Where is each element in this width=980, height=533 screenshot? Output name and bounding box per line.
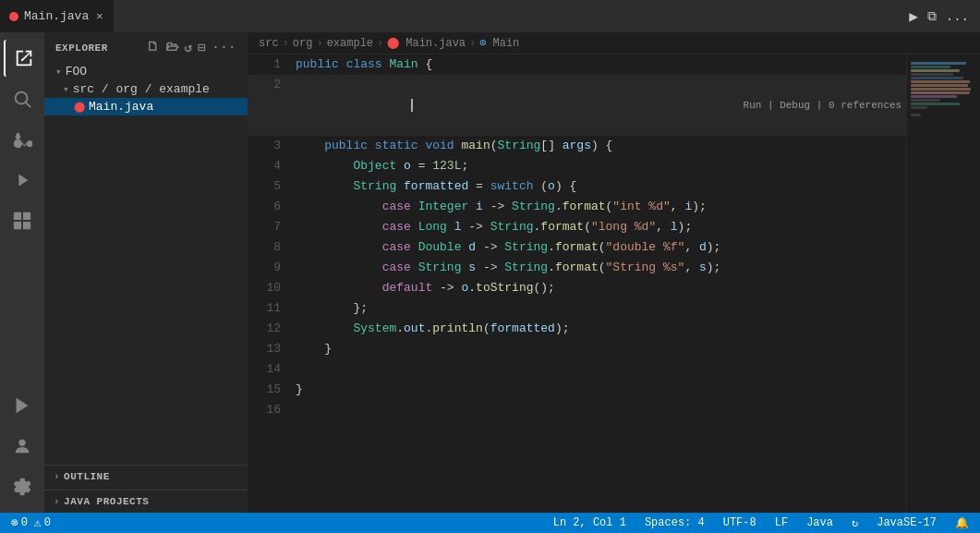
- tree-src-label: src / org / example: [73, 82, 210, 96]
- line-content-16[interactable]: [292, 400, 732, 420]
- new-folder-button[interactable]: 🗁: [165, 40, 179, 55]
- breadcrumb-sep2: ›: [316, 37, 322, 50]
- code-line-13: 13 }: [248, 339, 906, 359]
- spaces-text: Spaces: 4: [645, 516, 705, 529]
- line-number-14: 14: [248, 359, 292, 380]
- cursor-bar: [411, 99, 413, 112]
- java-projects-header[interactable]: › JAVA PROJECTS: [44, 491, 248, 513]
- line-content-6[interactable]: case Integer i -> String.format("int %d"…: [292, 197, 732, 217]
- line-content-8[interactable]: case Double d -> String.format("double %…: [292, 237, 732, 258]
- activity-bar: [0, 32, 44, 513]
- error-icon: ⊗: [11, 515, 18, 530]
- more-actions-button[interactable]: ...: [946, 9, 969, 24]
- collapse-all-button[interactable]: ⊟: [198, 40, 206, 55]
- breadcrumb-filename[interactable]: Main.java: [405, 37, 466, 50]
- sidebar-title: EXPLORER: [55, 42, 108, 54]
- line-content-15[interactable]: }: [292, 380, 732, 400]
- status-right: Ln 2, Col 1 Spaces: 4 UTF-8 LF Java ↻ Ja…: [550, 513, 973, 533]
- status-spaces[interactable]: Spaces: 4: [641, 513, 708, 533]
- svg-rect-5: [23, 222, 30, 229]
- testing-activity-icon[interactable]: [4, 387, 41, 424]
- code-line-14: 14: [248, 359, 906, 380]
- run-link[interactable]: Run: [744, 100, 762, 111]
- run-hint[interactable]: Run | Debug | 0 references: [744, 100, 902, 111]
- code-line-15: 15 }: [248, 380, 906, 400]
- account-activity-icon[interactable]: [4, 428, 41, 465]
- line-number-13: 13: [248, 339, 292, 359]
- breadcrumb-org[interactable]: org: [293, 37, 313, 50]
- title-bar: Main.java ✕ ▶ ⧉ ...: [0, 0, 980, 32]
- line-content-4[interactable]: Object o = 123L;: [292, 156, 732, 176]
- sidebar: EXPLORER 🗋 🗁 ↺ ⊟ ··· ▾ FOO ▾ src / org /…: [44, 32, 248, 513]
- refresh-button[interactable]: ↺: [184, 40, 192, 55]
- line-ending-text: LF: [775, 516, 788, 529]
- code-line-1: 1 public class Main {: [248, 55, 906, 75]
- breadcrumb-class[interactable]: Main: [493, 37, 520, 50]
- run-debug-activity-icon[interactable]: [4, 162, 41, 199]
- line-number-4: 4: [248, 156, 292, 176]
- line-content-11[interactable]: };: [292, 298, 732, 319]
- line-content-12[interactable]: System.out.println(formatted);: [292, 319, 732, 339]
- line-content-10[interactable]: default -> o.toString();: [292, 278, 732, 298]
- line-content-7[interactable]: case Long l -> String.format("long %d", …: [292, 217, 732, 237]
- sidebar-menu-button[interactable]: ···: [212, 40, 236, 55]
- search-activity-icon[interactable]: [4, 80, 41, 117]
- breadcrumb-example[interactable]: example: [327, 37, 373, 50]
- status-errors[interactable]: ⊗ 0 ⚠ 0: [7, 513, 54, 533]
- status-language[interactable]: Java: [803, 513, 837, 533]
- line-content-9[interactable]: case String s -> String.format("String %…: [292, 258, 732, 278]
- status-java-se[interactable]: JavaSE-17: [873, 513, 940, 533]
- tree-src-folder[interactable]: ▾ src / org / example: [44, 80, 248, 98]
- tree-root[interactable]: ▾ FOO: [44, 63, 248, 80]
- line-content-14[interactable]: [292, 359, 732, 380]
- warning-icon: ⚠: [34, 515, 42, 530]
- line-content-5[interactable]: String formatted = switch (o) {: [292, 176, 732, 197]
- breadcrumb-symbol-icon: ⊙: [479, 36, 486, 50]
- line-number-2: 2: [248, 75, 292, 136]
- run-debug-button[interactable]: ▶: [909, 7, 918, 26]
- line-number-6: 6: [248, 197, 292, 217]
- line-number-12: 12: [248, 319, 292, 339]
- settings-activity-icon[interactable]: [4, 468, 41, 505]
- explorer-activity-icon[interactable]: [4, 40, 41, 77]
- refs-count[interactable]: 0 references: [829, 100, 901, 111]
- code-line-6: 6 case Integer i -> String.format("int %…: [248, 197, 906, 217]
- status-line-ending[interactable]: LF: [771, 513, 792, 533]
- tree-file-error-icon: ⬤: [74, 101, 85, 113]
- minimap: [906, 55, 980, 513]
- new-file-button[interactable]: 🗋: [146, 40, 160, 55]
- code-line-7: 7 case Long l -> String.format("long %d"…: [248, 217, 906, 237]
- source-control-activity-icon[interactable]: [4, 121, 41, 158]
- status-encoding[interactable]: UTF-8: [720, 513, 760, 533]
- line-content-13[interactable]: }: [292, 339, 732, 359]
- java-projects-section: › JAVA PROJECTS: [44, 490, 248, 513]
- outline-header[interactable]: › OUTLINE: [44, 466, 248, 488]
- line-content-1[interactable]: public class Main {: [292, 55, 732, 75]
- line-number-9: 9: [248, 258, 292, 278]
- breadcrumb-error-icon: ⬤: [387, 36, 399, 50]
- status-left: ⊗ 0 ⚠ 0: [7, 513, 54, 533]
- outline-chevron: ›: [54, 471, 60, 482]
- svg-point-7: [18, 440, 25, 446]
- line-content-3[interactable]: public static void main(String[] args) {: [292, 136, 732, 156]
- tab[interactable]: Main.java ✕: [0, 0, 114, 32]
- status-position[interactable]: Ln 2, Col 1: [550, 513, 630, 533]
- line-number-5: 5: [248, 176, 292, 197]
- extensions-activity-icon[interactable]: [4, 202, 41, 239]
- status-notifications[interactable]: 🔔: [951, 513, 973, 533]
- line-number-15: 15: [248, 380, 292, 400]
- tree-chevron-src: ▾: [63, 83, 69, 95]
- svg-rect-3: [23, 212, 30, 220]
- line-refs-hint: Run | Debug | 0 references: [732, 75, 906, 136]
- debug-link[interactable]: Debug: [780, 100, 810, 111]
- breadcrumb-src[interactable]: src: [259, 37, 279, 50]
- tab-close-button[interactable]: ✕: [94, 7, 104, 25]
- svg-line-1: [26, 103, 30, 107]
- outline-label: OUTLINE: [64, 471, 110, 482]
- line-content-2[interactable]: [292, 75, 732, 136]
- status-sync[interactable]: ↻: [848, 513, 862, 533]
- tree-main-java[interactable]: ⬤ Main.java: [44, 98, 248, 115]
- split-editor-button[interactable]: ⧉: [927, 9, 937, 24]
- code-line-9: 9 case String s -> String.format("String…: [248, 258, 906, 278]
- line-number-10: 10: [248, 278, 292, 298]
